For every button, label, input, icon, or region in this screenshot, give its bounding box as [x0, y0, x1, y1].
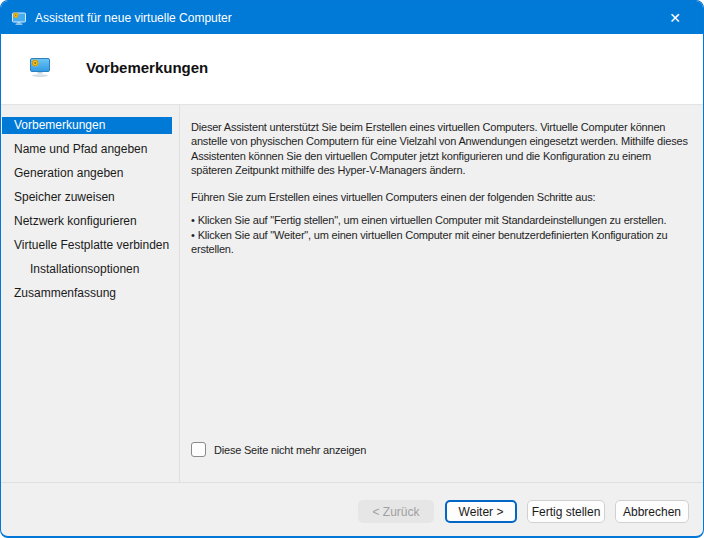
- bullet-icon: •: [191, 214, 198, 226]
- back-button[interactable]: < Zurück: [358, 500, 434, 523]
- dont-show-again-label[interactable]: Diese Seite nicht mehr anzeigen: [214, 444, 366, 456]
- bullet-icon: •: [191, 229, 198, 241]
- dont-show-again-checkbox[interactable]: [191, 442, 206, 457]
- intro-text: Dieser Assistent unterstützt Sie beim Er…: [191, 120, 693, 177]
- window-title: Assistent für neue virtuelle Computer: [35, 11, 232, 25]
- footer-divider: [1, 482, 703, 483]
- cancel-button[interactable]: Abbrechen: [615, 500, 689, 523]
- bullet-text: Klicken Sie auf "Weiter", um einen virtu…: [191, 229, 667, 255]
- dont-show-again-row: Diese Seite nicht mehr anzeigen: [191, 442, 366, 457]
- bullet-item: •Klicken Sie auf "Fertig stellen", um ei…: [191, 213, 693, 227]
- sidebar-item-speicher[interactable]: Speicher zuweisen: [2, 189, 172, 206]
- sidebar-item-vorbemerkungen[interactable]: Vorbemerkungen: [2, 117, 172, 134]
- bullet-text: Klicken Sie auf "Fertig stellen", um ein…: [198, 214, 667, 226]
- wizard-header: Vorbemerkungen: [1, 34, 703, 105]
- sidebar-divider: [179, 105, 180, 482]
- close-button[interactable]: ✕: [647, 1, 703, 34]
- page-title: Vorbemerkungen: [86, 59, 208, 76]
- sidebar-item-name-und-pfad[interactable]: Name und Pfad angeben: [2, 141, 172, 158]
- finish-button[interactable]: Fertig stellen: [527, 500, 605, 523]
- vm-monitor-icon: [29, 57, 51, 82]
- title-bar: Assistent für neue virtuelle Computer ✕: [1, 1, 703, 34]
- bullet-item: •Klicken Sie auf "Weiter", um einen virt…: [191, 228, 693, 257]
- sidebar-item-installationsoptionen[interactable]: Installationsoptionen: [2, 261, 172, 278]
- sidebar-item-zusammenfassung[interactable]: Zusammenfassung: [2, 285, 172, 302]
- vm-monitor-icon: [11, 10, 27, 26]
- sidebar-item-festplatte[interactable]: Virtuelle Festplatte verbinden: [2, 237, 172, 254]
- instruction-text: Führen Sie zum Erstellen eines virtuelle…: [191, 190, 693, 204]
- close-icon: ✕: [669, 10, 681, 26]
- sidebar-item-generation[interactable]: Generation angeben: [2, 165, 172, 182]
- wizard-window: Assistent für neue virtuelle Computer ✕: [0, 0, 704, 538]
- sidebar-item-netzwerk[interactable]: Netzwerk konfigurieren: [2, 213, 172, 230]
- wizard-steps-sidebar: Vorbemerkungen Name und Pfad angeben Gen…: [2, 117, 172, 309]
- page-content: Dieser Assistent unterstützt Sie beim Er…: [191, 120, 693, 256]
- next-button[interactable]: Weiter >: [445, 500, 517, 523]
